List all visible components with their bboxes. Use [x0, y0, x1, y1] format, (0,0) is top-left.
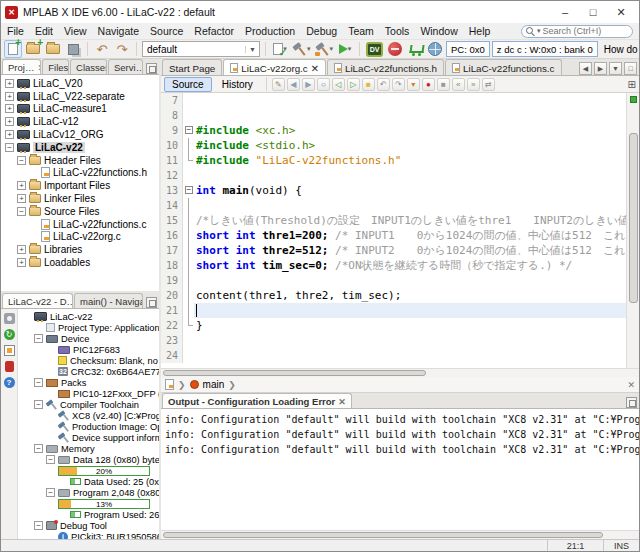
toggle-highlight-icon[interactable]: ■: [362, 78, 375, 91]
expander-icon[interactable]: +: [5, 79, 14, 88]
microchip-store-button[interactable]: [406, 40, 424, 58]
menu-view[interactable]: View: [64, 25, 87, 37]
expander-icon[interactable]: +: [17, 181, 26, 190]
projects-tab[interactable]: Classes: [70, 59, 107, 74]
tree-item[interactable]: +Libraries: [1, 243, 159, 256]
tree-item[interactable]: XC8 (v2.40) [C:¥Program File: [18, 410, 159, 421]
data-visualizer-button[interactable]: DV: [365, 40, 384, 58]
set-configuration-button[interactable]: ▾: [271, 40, 289, 58]
code-line[interactable]: 19: [161, 273, 626, 288]
tree-item[interactable]: −Data 128 (0x80) bytes: [18, 454, 159, 465]
expander-icon[interactable]: −: [34, 334, 43, 343]
find-next-icon[interactable]: ▷: [347, 78, 360, 91]
code-line[interactable]: 22}: [161, 318, 626, 333]
code-text[interactable]: content(thre1, thre2, tim_sec);: [194, 288, 626, 303]
menu-source[interactable]: Source: [150, 25, 183, 37]
search-dropdown-icon[interactable]: ▾: [537, 27, 541, 35]
new-project-button[interactable]: [24, 40, 42, 58]
code-text[interactable]: [194, 333, 626, 348]
line-number[interactable]: 16: [161, 228, 183, 243]
expander-icon[interactable]: +: [5, 117, 14, 126]
horizontal-scroll-thumb[interactable]: [163, 532, 603, 538]
tree-item[interactable]: PIC10-12Fxxx_DFP (1.5.61): [18, 388, 159, 399]
menu-debug[interactable]: Debug: [306, 25, 337, 37]
tree-item[interactable]: 20%: [18, 465, 159, 476]
expander-icon[interactable]: −: [46, 488, 55, 497]
code-text[interactable]: [194, 273, 626, 288]
tree-item[interactable]: Project Type: Application - Confi: [18, 322, 159, 333]
code-line[interactable]: 12: [161, 168, 626, 183]
next-bookmark-icon[interactable]: ↷: [392, 78, 405, 91]
code-text[interactable]: #include <stdio.h>: [194, 138, 626, 153]
line-number[interactable]: 13: [161, 183, 183, 198]
tree-item[interactable]: −Device: [18, 333, 159, 344]
code-line[interactable]: 7: [161, 93, 626, 108]
line-number[interactable]: 9: [161, 123, 183, 138]
code-text[interactable]: [194, 108, 626, 123]
expander-icon[interactable]: +: [17, 245, 26, 254]
undo-button[interactable]: ↶: [93, 40, 111, 58]
tree-item[interactable]: Device support information: [18, 432, 159, 443]
code-line[interactable]: 24: [161, 348, 626, 363]
forward-icon[interactable]: ▶: [302, 78, 315, 91]
expander-icon[interactable]: −: [34, 521, 43, 530]
tree-item[interactable]: −Compiler Toolchain: [18, 399, 159, 410]
code-line[interactable]: 15/*しきい値(Threshold)の設定 INPUT1のしきい値をthre1…: [161, 213, 626, 228]
line-number[interactable]: 11: [161, 153, 183, 168]
window-icon[interactable]: [4, 345, 15, 356]
last-edit-icon[interactable]: ✎: [272, 78, 285, 91]
menu-edit[interactable]: Edit: [35, 25, 53, 37]
minimize-panel-button[interactable]: [146, 63, 157, 74]
output-tab[interactable]: Output - Configuration Loading Error ✕: [162, 393, 352, 408]
tree-item[interactable]: −LiLaC-v22: [1, 141, 159, 154]
close-icon[interactable]: ✕: [311, 63, 319, 74]
code-text[interactable]: short int tim_sec=0; /*ON状態を継続する時間（秒で指定す…: [194, 258, 626, 273]
code-line[interactable]: 14: [161, 198, 626, 213]
split-window-icon[interactable]: ⊞: [628, 79, 636, 90]
vertical-scroll-thumb[interactable]: [629, 133, 638, 303]
menu-production[interactable]: Production: [245, 25, 295, 37]
code-editor[interactable]: 789−#include <xc.h>10#include <stdio.h>1…: [161, 93, 639, 368]
configuration-select[interactable]: default ▼: [142, 41, 260, 57]
code-line[interactable]: 9−#include <xc.h>: [161, 123, 626, 138]
expander-icon[interactable]: +: [17, 258, 26, 267]
line-number[interactable]: 15: [161, 213, 183, 228]
tree-item[interactable]: +LiLaC-v12: [1, 115, 159, 128]
save-all-button[interactable]: [64, 40, 82, 58]
expander-icon[interactable]: −: [34, 378, 43, 387]
menu-window[interactable]: Window: [420, 25, 457, 37]
code-line[interactable]: 13−int main(void) {: [161, 183, 626, 198]
run-button[interactable]: ▾: [336, 40, 354, 58]
code-line[interactable]: 10#include <stdio.h>: [161, 138, 626, 153]
menu-help[interactable]: Help: [469, 25, 491, 37]
menu-team[interactable]: Team: [348, 25, 374, 37]
line-number[interactable]: 7: [161, 93, 183, 108]
editor-tab[interactable]: Start Page: [162, 59, 222, 75]
find-previous-icon[interactable]: ◁: [332, 78, 345, 91]
line-number[interactable]: 17: [161, 243, 183, 258]
line-number[interactable]: 19: [161, 273, 183, 288]
tree-item[interactable]: −Packs: [18, 377, 159, 388]
line-number[interactable]: 21: [161, 303, 183, 318]
tree-item[interactable]: LiLaC-v22functions.c: [1, 218, 159, 231]
close-icon[interactable]: ✕: [338, 397, 346, 407]
diff-icon[interactable]: ⇄: [482, 78, 495, 91]
minimize-button[interactable]: –: [551, 2, 579, 22]
code-text[interactable]: [194, 198, 626, 213]
source-view-button[interactable]: Source: [164, 77, 212, 92]
code-text[interactable]: [194, 303, 626, 318]
line-number[interactable]: 22: [161, 318, 183, 333]
code-line[interactable]: 17short int thre2=512; /* INPUT2 0から1024…: [161, 243, 626, 258]
search-input[interactable]: [543, 26, 623, 36]
maximize-button[interactable]: □: [579, 2, 607, 22]
code-text[interactable]: #include <xc.h>: [194, 123, 626, 138]
line-number[interactable]: 14: [161, 198, 183, 213]
breakpoint-icon[interactable]: ●: [422, 78, 435, 91]
code-text[interactable]: }: [194, 318, 626, 333]
editor-horizontal-scrollbar[interactable]: [161, 368, 639, 377]
horizontal-scroll-thumb[interactable]: [163, 370, 426, 376]
scroll-tabs-left-button[interactable]: ◀: [579, 62, 592, 75]
tree-item[interactable]: LiLaC-v22: [18, 311, 159, 322]
code-text[interactable]: int main(void) {: [194, 183, 626, 198]
tree-item[interactable]: −Header Files: [1, 154, 159, 167]
